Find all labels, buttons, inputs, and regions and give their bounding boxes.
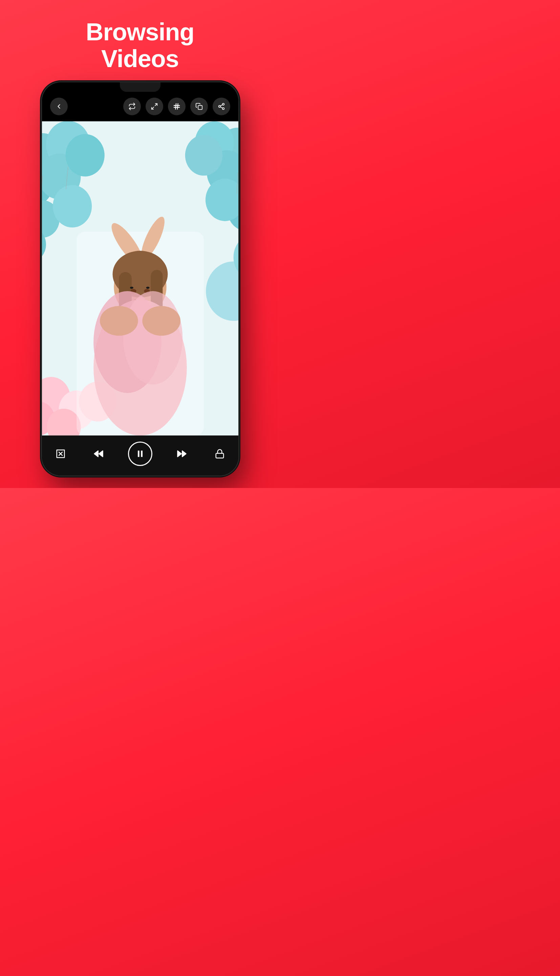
svg-rect-56: [141, 451, 143, 457]
svg-marker-58: [177, 451, 181, 457]
lock-button[interactable]: [211, 445, 228, 462]
phone-screen: [42, 82, 238, 475]
svg-line-6: [220, 107, 222, 109]
svg-line-7: [220, 105, 222, 106]
svg-rect-59: [216, 453, 223, 458]
svg-marker-57: [182, 451, 186, 457]
hero-title: Browsing Videos: [86, 18, 194, 72]
hashtag-button[interactable]: [168, 98, 185, 115]
fast-forward-button[interactable]: [173, 445, 190, 462]
rotate-button[interactable]: [52, 445, 69, 462]
back-button[interactable]: [50, 98, 68, 115]
svg-point-45: [100, 306, 138, 336]
pause-button[interactable]: [128, 441, 152, 466]
phone-frame: [42, 82, 238, 475]
video-area: [42, 121, 238, 436]
svg-marker-54: [99, 451, 103, 457]
svg-point-41: [146, 287, 149, 289]
svg-point-40: [130, 287, 133, 289]
svg-rect-55: [138, 451, 140, 457]
fullscreen-button[interactable]: [146, 98, 163, 115]
phone-wrapper: [42, 82, 238, 475]
rewind-button[interactable]: [90, 445, 107, 462]
hero-line1: Browsing: [86, 18, 194, 45]
svg-rect-2: [198, 106, 202, 110]
share-button[interactable]: [213, 98, 230, 115]
svg-line-0: [155, 104, 157, 106]
svg-line-1: [151, 107, 153, 109]
hero-line2: Videos: [86, 45, 194, 72]
svg-marker-53: [94, 451, 98, 457]
svg-point-15: [52, 185, 92, 227]
copy-button[interactable]: [190, 98, 208, 115]
top-bar-icons: [123, 98, 230, 115]
svg-point-46: [142, 306, 180, 336]
svg-point-21: [185, 135, 222, 175]
bottom-bar: [42, 436, 238, 475]
video-content-svg: [42, 121, 238, 436]
loop-button[interactable]: [123, 98, 141, 115]
svg-point-13: [65, 134, 104, 177]
svg-point-44: [123, 291, 182, 384]
phone-notch: [120, 82, 160, 92]
